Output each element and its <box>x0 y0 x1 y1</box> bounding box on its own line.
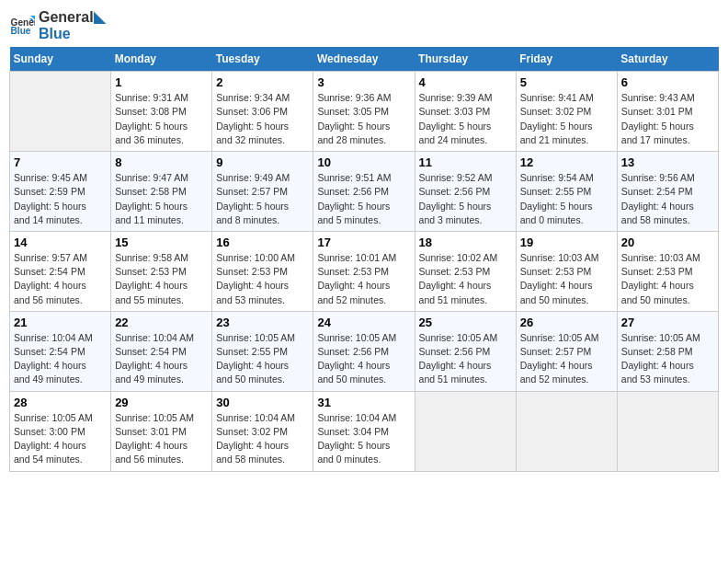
calendar-cell: 2Sunrise: 9:34 AM Sunset: 3:06 PM Daylig… <box>212 72 313 152</box>
day-info: Sunrise: 10:05 AM Sunset: 2:55 PM Daylig… <box>216 331 309 387</box>
calendar-cell: 7Sunrise: 9:45 AM Sunset: 2:59 PM Daylig… <box>10 152 111 232</box>
svg-text:Blue: Blue <box>11 26 31 36</box>
day-number: 14 <box>14 236 107 249</box>
calendar-cell: 5Sunrise: 9:41 AM Sunset: 3:02 PM Daylig… <box>516 72 617 152</box>
weekday-header: Friday <box>516 47 617 72</box>
day-number: 8 <box>115 155 208 169</box>
logo: General Blue General◣ Blue <box>9 9 105 41</box>
day-info: Sunrise: 10:04 AM Sunset: 2:54 PM Daylig… <box>14 331 107 387</box>
weekday-header: Monday <box>111 47 212 72</box>
calendar-cell: 9Sunrise: 9:49 AM Sunset: 2:57 PM Daylig… <box>212 152 313 232</box>
weekday-header: Saturday <box>617 47 718 72</box>
day-number: 11 <box>419 155 512 169</box>
day-number: 6 <box>621 75 714 89</box>
day-info: Sunrise: 10:05 AM Sunset: 2:57 PM Daylig… <box>520 331 613 387</box>
calendar-cell: 4Sunrise: 9:39 AM Sunset: 3:03 PM Daylig… <box>415 72 516 152</box>
calendar-cell: 29Sunrise: 10:05 AM Sunset: 3:01 PM Dayl… <box>111 391 212 471</box>
calendar-cell: 19Sunrise: 10:03 AM Sunset: 2:53 PM Dayl… <box>516 231 617 311</box>
day-number: 27 <box>621 316 714 329</box>
day-info: Sunrise: 9:58 AM Sunset: 2:53 PM Dayligh… <box>115 251 208 307</box>
day-number: 26 <box>520 316 613 329</box>
day-info: Sunrise: 9:31 AM Sunset: 3:08 PM Dayligh… <box>115 91 208 147</box>
day-number: 31 <box>317 396 410 409</box>
day-info: Sunrise: 9:34 AM Sunset: 3:06 PM Dayligh… <box>216 91 309 147</box>
calendar-cell: 28Sunrise: 10:05 AM Sunset: 3:00 PM Dayl… <box>10 391 111 471</box>
calendar-cell: 10Sunrise: 9:51 AM Sunset: 2:56 PM Dayli… <box>313 152 415 232</box>
day-info: Sunrise: 9:47 AM Sunset: 2:58 PM Dayligh… <box>115 171 208 227</box>
calendar-cell <box>415 391 516 471</box>
day-info: Sunrise: 10:05 AM Sunset: 2:56 PM Daylig… <box>317 331 410 387</box>
day-number: 16 <box>216 236 309 249</box>
calendar-cell: 25Sunrise: 10:05 AM Sunset: 2:56 PM Dayl… <box>415 311 516 391</box>
day-number: 13 <box>621 155 714 169</box>
day-number: 17 <box>317 236 410 249</box>
calendar-cell: 20Sunrise: 10:03 AM Sunset: 2:53 PM Dayl… <box>617 231 718 311</box>
calendar-cell: 22Sunrise: 10:04 AM Sunset: 2:54 PM Dayl… <box>111 311 212 391</box>
day-number: 30 <box>216 396 309 409</box>
day-number: 3 <box>317 75 410 89</box>
day-number: 10 <box>317 155 410 169</box>
day-info: Sunrise: 9:49 AM Sunset: 2:57 PM Dayligh… <box>216 171 309 227</box>
day-info: Sunrise: 10:03 AM Sunset: 2:53 PM Daylig… <box>520 251 613 307</box>
day-info: Sunrise: 10:05 AM Sunset: 2:58 PM Daylig… <box>621 331 714 387</box>
day-number: 18 <box>419 236 512 249</box>
day-number: 5 <box>520 75 613 89</box>
day-number: 24 <box>317 316 410 329</box>
day-info: Sunrise: 10:02 AM Sunset: 2:53 PM Daylig… <box>419 251 512 307</box>
day-info: Sunrise: 9:52 AM Sunset: 2:56 PM Dayligh… <box>419 171 512 227</box>
calendar-cell: 8Sunrise: 9:47 AM Sunset: 2:58 PM Daylig… <box>111 152 212 232</box>
day-info: Sunrise: 10:05 AM Sunset: 3:01 PM Daylig… <box>115 411 208 467</box>
day-number: 15 <box>115 236 208 249</box>
day-number: 29 <box>115 396 208 409</box>
day-number: 12 <box>520 155 613 169</box>
day-number: 25 <box>419 316 512 329</box>
calendar-cell: 30Sunrise: 10:04 AM Sunset: 3:02 PM Dayl… <box>212 391 313 471</box>
day-info: Sunrise: 9:39 AM Sunset: 3:03 PM Dayligh… <box>419 91 512 147</box>
calendar-cell: 13Sunrise: 9:56 AM Sunset: 2:54 PM Dayli… <box>617 152 718 232</box>
day-info: Sunrise: 10:03 AM Sunset: 2:53 PM Daylig… <box>621 251 714 307</box>
day-number: 23 <box>216 316 309 329</box>
day-number: 2 <box>216 75 309 89</box>
day-number: 20 <box>621 236 714 249</box>
day-info: Sunrise: 9:54 AM Sunset: 2:55 PM Dayligh… <box>520 171 613 227</box>
day-info: Sunrise: 9:57 AM Sunset: 2:54 PM Dayligh… <box>14 251 107 307</box>
day-number: 1 <box>115 75 208 89</box>
day-info: Sunrise: 10:01 AM Sunset: 2:53 PM Daylig… <box>317 251 410 307</box>
calendar-cell: 27Sunrise: 10:05 AM Sunset: 2:58 PM Dayl… <box>617 311 718 391</box>
weekday-header: Sunday <box>10 47 111 72</box>
calendar-week-row: 7Sunrise: 9:45 AM Sunset: 2:59 PM Daylig… <box>10 152 719 232</box>
calendar-header-row: SundayMondayTuesdayWednesdayThursdayFrid… <box>10 47 719 72</box>
calendar-cell <box>617 391 718 471</box>
day-info: Sunrise: 10:05 AM Sunset: 3:00 PM Daylig… <box>14 411 107 467</box>
day-number: 4 <box>419 75 512 89</box>
weekday-header: Tuesday <box>212 47 313 72</box>
day-info: Sunrise: 10:05 AM Sunset: 2:56 PM Daylig… <box>419 331 512 387</box>
logo-icon: General Blue <box>9 13 35 39</box>
calendar-cell: 31Sunrise: 10:04 AM Sunset: 3:04 PM Dayl… <box>313 391 415 471</box>
day-info: Sunrise: 9:43 AM Sunset: 3:01 PM Dayligh… <box>621 91 714 147</box>
calendar-cell <box>10 72 111 152</box>
calendar-week-row: 28Sunrise: 10:05 AM Sunset: 3:00 PM Dayl… <box>10 391 719 471</box>
calendar-cell: 24Sunrise: 10:05 AM Sunset: 2:56 PM Dayl… <box>313 311 415 391</box>
calendar-week-row: 1Sunrise: 9:31 AM Sunset: 3:08 PM Daylig… <box>10 72 719 152</box>
day-info: Sunrise: 10:00 AM Sunset: 2:53 PM Daylig… <box>216 251 309 307</box>
calendar-cell: 23Sunrise: 10:05 AM Sunset: 2:55 PM Dayl… <box>212 311 313 391</box>
day-number: 21 <box>14 316 107 329</box>
logo-text: General◣ Blue <box>39 9 105 41</box>
day-info: Sunrise: 9:51 AM Sunset: 2:56 PM Dayligh… <box>317 171 410 227</box>
calendar-cell: 12Sunrise: 9:54 AM Sunset: 2:55 PM Dayli… <box>516 152 617 232</box>
calendar-cell: 21Sunrise: 10:04 AM Sunset: 2:54 PM Dayl… <box>10 311 111 391</box>
day-number: 22 <box>115 316 208 329</box>
calendar-week-row: 14Sunrise: 9:57 AM Sunset: 2:54 PM Dayli… <box>10 231 719 311</box>
calendar-cell: 17Sunrise: 10:01 AM Sunset: 2:53 PM Dayl… <box>313 231 415 311</box>
page-header: General Blue General◣ Blue <box>9 9 719 41</box>
calendar-cell: 6Sunrise: 9:43 AM Sunset: 3:01 PM Daylig… <box>617 72 718 152</box>
day-info: Sunrise: 10:04 AM Sunset: 2:54 PM Daylig… <box>115 331 208 387</box>
calendar-cell: 26Sunrise: 10:05 AM Sunset: 2:57 PM Dayl… <box>516 311 617 391</box>
calendar-cell: 16Sunrise: 10:00 AM Sunset: 2:53 PM Dayl… <box>212 231 313 311</box>
calendar-cell: 3Sunrise: 9:36 AM Sunset: 3:05 PM Daylig… <box>313 72 415 152</box>
calendar-cell: 14Sunrise: 9:57 AM Sunset: 2:54 PM Dayli… <box>10 231 111 311</box>
day-info: Sunrise: 10:04 AM Sunset: 3:02 PM Daylig… <box>216 411 309 467</box>
day-info: Sunrise: 9:41 AM Sunset: 3:02 PM Dayligh… <box>520 91 613 147</box>
day-info: Sunrise: 9:45 AM Sunset: 2:59 PM Dayligh… <box>14 171 107 227</box>
